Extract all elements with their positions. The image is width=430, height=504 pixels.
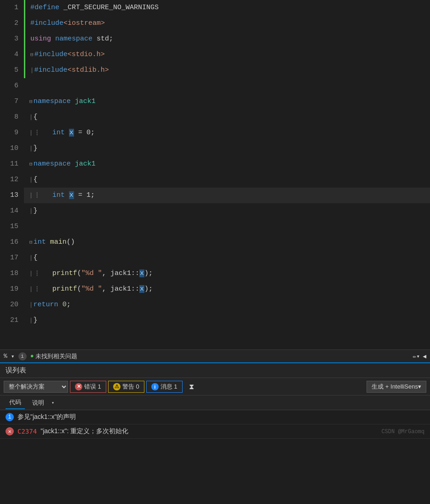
line-number-5: 5 xyxy=(4,63,18,78)
code-line-6 xyxy=(24,78,430,94)
line-number-14: 14 xyxy=(4,203,18,219)
status-bar: % ▾ i ● 未找到相关问题 ✏▾ ◀ xyxy=(0,349,430,362)
line-number-2: 2 xyxy=(4,16,18,31)
csdn-watermark: CSDN @MrGaomq xyxy=(381,429,424,435)
info-row-text: 参见"jack1::x"的声明 xyxy=(17,413,76,421)
code-line-7: ⊟namespace jack1 xyxy=(24,94,430,109)
code-line-18: │ ┆printf("%d ", jack1::x); xyxy=(24,266,430,281)
code-line-5: │#include<stdlib.h> xyxy=(24,63,430,78)
line-number-4: 4 xyxy=(4,47,18,63)
zoom-percent: % xyxy=(4,353,7,360)
code-line-15 xyxy=(24,219,430,235)
green-indicator xyxy=(24,16,25,31)
code-content-20: │return 0; xyxy=(29,297,71,313)
line-number-18: 18 xyxy=(4,266,18,281)
code-line-2: #include<iostream> xyxy=(24,16,430,31)
funnel-icon: ⧗ xyxy=(189,383,194,391)
error-row-error[interactable]: ✕ C2374 "jack1::x": 重定义；多次初始化 xyxy=(0,424,430,439)
line-number-12: 12 xyxy=(4,172,18,188)
line-number-1: 1 xyxy=(4,0,18,16)
code-content-1: #define _CRT_SECURE_NO_WARNINGS xyxy=(30,0,159,16)
code-line-9: │ ┆int x = 0; xyxy=(24,125,430,141)
code-line-8: │{ xyxy=(24,109,430,125)
code-content-10: │} xyxy=(29,141,38,156)
error-filter-button[interactable]: ✕ 错误 1 xyxy=(70,381,106,393)
line-number-9: 9 xyxy=(4,125,18,141)
intellisense-icon: i xyxy=(18,352,27,361)
code-line-13: │ ┆int x = 1; xyxy=(24,188,430,203)
warn-icon: ⚠ xyxy=(113,383,120,390)
line-number-13: 13 xyxy=(4,188,18,203)
err-row-code: C2374 xyxy=(17,428,37,435)
err-row-text: "jack1::x": 重定义；多次初始化 xyxy=(40,427,128,435)
error-toolbar: 整个解决方案 ✕ 错误 1 ⚠ 警告 0 i 消息 1 ⧗ 生成 + Intel… xyxy=(0,378,430,395)
line-number-17: 17 xyxy=(4,250,18,266)
line-number-15: 15 xyxy=(4,219,18,235)
code-line-17: │{ xyxy=(24,250,430,266)
desc-dropdown-icon[interactable]: ▾ xyxy=(52,400,54,406)
err-row-icon: ✕ xyxy=(6,427,14,435)
code-line-14: │} xyxy=(24,203,430,219)
error-row-info[interactable]: i 参见"jack1::x"的声明 xyxy=(0,410,430,424)
tab-code[interactable]: 代码 xyxy=(6,396,25,409)
zoom-dropdown-icon[interactable]: ▾ xyxy=(11,353,15,360)
code-content-16: ⊟int main() xyxy=(29,235,75,250)
code-content-4: ⊟#include<stdio.h> xyxy=(30,47,105,63)
line-number-7: 7 xyxy=(4,94,18,109)
info-btn-label: 消息 1 xyxy=(161,383,178,391)
info-filter-button[interactable]: i 消息 1 xyxy=(146,381,183,393)
gen-intellisense-button[interactable]: 生成 + IntelliSens▾ xyxy=(367,381,426,393)
line-number-8: 8 xyxy=(4,109,18,125)
code-line-20: │return 0; xyxy=(24,297,430,313)
code-content-12: │{ xyxy=(29,172,38,188)
green-indicator xyxy=(24,47,25,63)
code-content-17: │{ xyxy=(29,250,38,266)
code-line-1: #define _CRT_SECURE_NO_WARNINGS xyxy=(24,0,430,16)
panel-header: 误列表 xyxy=(0,362,430,378)
line-number-21: 21 xyxy=(4,313,18,328)
filter-icon-button[interactable]: ⧗ xyxy=(184,381,199,393)
tab-desc[interactable]: 说明 xyxy=(29,397,48,409)
gen-btn-label: 生成 + IntelliSens▾ xyxy=(372,383,421,390)
green-indicator xyxy=(24,31,25,47)
warn-btn-label: 警告 0 xyxy=(122,383,139,391)
code-content-19: │ ┆printf("%d ", jack1::x); xyxy=(29,281,153,297)
line-number-10: 10 xyxy=(4,141,18,156)
green-indicator xyxy=(24,63,25,78)
code-content-14: │} xyxy=(29,203,38,219)
line-number-16: 16 xyxy=(4,235,18,250)
info-row-icon: i xyxy=(6,413,14,421)
code-line-4: ⊟#include<stdio.h> xyxy=(24,47,430,63)
error-list-area: i 参见"jack1::x"的声明 ✕ C2374 "jack1::x": 重定… xyxy=(0,410,430,439)
code-line-12: │{ xyxy=(24,172,430,188)
error-subtoolbar: 代码 说明 ▾ xyxy=(0,395,430,410)
code-content-7: ⊟namespace jack1 xyxy=(29,94,96,109)
code-line-3: using namespace std; xyxy=(24,31,430,47)
line-number-19: 19 xyxy=(4,281,18,297)
code-line-10: │} xyxy=(24,141,430,156)
line-number-11: 11 xyxy=(4,156,18,172)
arrow-left-icon[interactable]: ◀ xyxy=(423,353,426,360)
no-issues-check-icon: ● 未找到相关问题 xyxy=(30,352,78,361)
error-icon: ✕ xyxy=(75,383,82,390)
code-content-9: │ ┆int x = 0; xyxy=(29,125,95,141)
code-lines[interactable]: #define _CRT_SECURE_NO_WARNINGS#include<… xyxy=(24,0,430,349)
code-line-11: ⊟namespace jack1 xyxy=(24,156,430,172)
code-content-2: #include<iostream> xyxy=(30,16,105,31)
code-content-21: │} xyxy=(29,313,38,328)
info-icon: i xyxy=(151,383,159,390)
panel-title: 误列表 xyxy=(6,366,26,375)
solution-dropdown[interactable]: 整个解决方案 xyxy=(4,381,68,393)
edit-icon[interactable]: ✏▾ xyxy=(413,353,420,360)
code-line-16: ⊟int main() xyxy=(24,235,430,250)
code-content-3: using namespace std; xyxy=(30,31,113,47)
no-issues-text: 未找到相关问题 xyxy=(35,352,77,361)
code-content-13: │ ┆int x = 1; xyxy=(29,188,95,203)
code-content-8: │{ xyxy=(29,109,38,125)
editor-area: 123456789101112131415161718192021 #defin… xyxy=(0,0,430,349)
green-indicator xyxy=(24,0,25,16)
line-number-6: 6 xyxy=(4,78,18,94)
line-numbers: 123456789101112131415161718192021 xyxy=(0,0,24,349)
code-content-18: │ ┆printf("%d ", jack1::x); xyxy=(29,266,153,281)
warn-filter-button[interactable]: ⚠ 警告 0 xyxy=(108,381,144,393)
